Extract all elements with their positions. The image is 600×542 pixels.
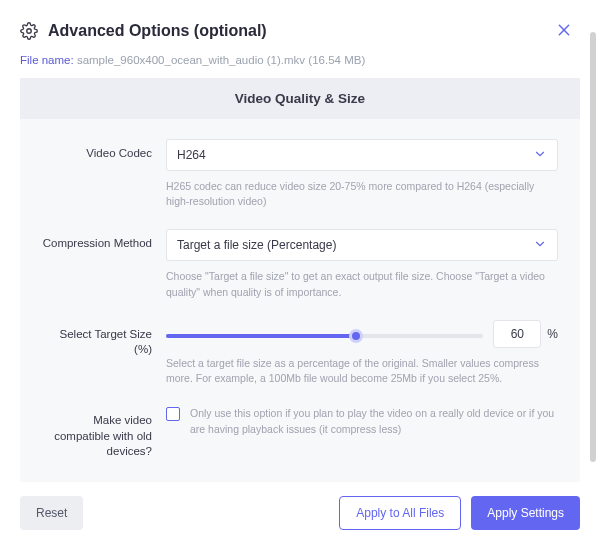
label-video-codec: Video Codec (42, 139, 152, 209)
file-name-value: sample_960x400_ocean_with_audio (1).mkv (77, 54, 305, 66)
percent-unit: % (547, 327, 558, 341)
target-size-input[interactable] (493, 320, 541, 348)
svg-point-0 (27, 29, 32, 34)
label-compression: Compression Method (42, 229, 152, 299)
row-video-codec: Video Codec H264 H265 codec can reduce v… (20, 139, 580, 209)
hint-target-size: Select a target file size as a percentag… (166, 356, 558, 386)
select-video-codec-value: H264 (177, 148, 206, 162)
modal-title: Advanced Options (optional) (48, 22, 267, 40)
modal-header: Advanced Options (optional) (20, 22, 580, 40)
file-name-label: File name: (20, 54, 74, 66)
hint-compression: Choose "Target a file size" to get an ex… (166, 269, 558, 299)
select-compression[interactable]: Target a file size (Percentage) (166, 229, 558, 261)
scrollbar[interactable] (590, 32, 596, 462)
slider-thumb[interactable] (349, 329, 363, 343)
close-button[interactable] (556, 22, 576, 42)
target-size-slider[interactable] (166, 334, 483, 338)
slider-fill (166, 334, 356, 338)
row-target-size: Select Target Size (%) % Select a target… (20, 320, 580, 386)
panel-title: Video Quality & Size (20, 78, 580, 119)
advanced-options-modal: Advanced Options (optional) File name: s… (0, 0, 600, 542)
select-video-codec[interactable]: H264 (166, 139, 558, 171)
gear-icon (20, 22, 38, 40)
quality-panel: Video Quality & Size Video Codec H264 H2… (20, 78, 580, 482)
row-compression: Compression Method Target a file size (P… (20, 229, 580, 299)
apply-all-button[interactable]: Apply to All Files (339, 496, 461, 530)
apply-settings-button[interactable]: Apply Settings (471, 496, 580, 530)
select-compression-value: Target a file size (Percentage) (177, 238, 336, 252)
chevron-down-icon (533, 237, 547, 254)
file-size: (16.54 MB) (308, 54, 365, 66)
reset-button[interactable]: Reset (20, 496, 83, 530)
row-compat: Make video compatible with old devices? … (20, 406, 580, 460)
label-compat: Make video compatible with old devices? (42, 406, 152, 460)
file-name-line: File name: sample_960x400_ocean_with_aud… (20, 54, 580, 66)
hint-video-codec: H265 codec can reduce video size 20-75% … (166, 179, 558, 209)
modal-footer: Reset Apply to All Files Apply Settings (20, 496, 580, 530)
chevron-down-icon (533, 147, 547, 164)
label-target-size: Select Target Size (%) (42, 320, 152, 386)
hint-compat: Only use this option if you plan to play… (190, 406, 558, 436)
compat-checkbox[interactable] (166, 407, 180, 421)
